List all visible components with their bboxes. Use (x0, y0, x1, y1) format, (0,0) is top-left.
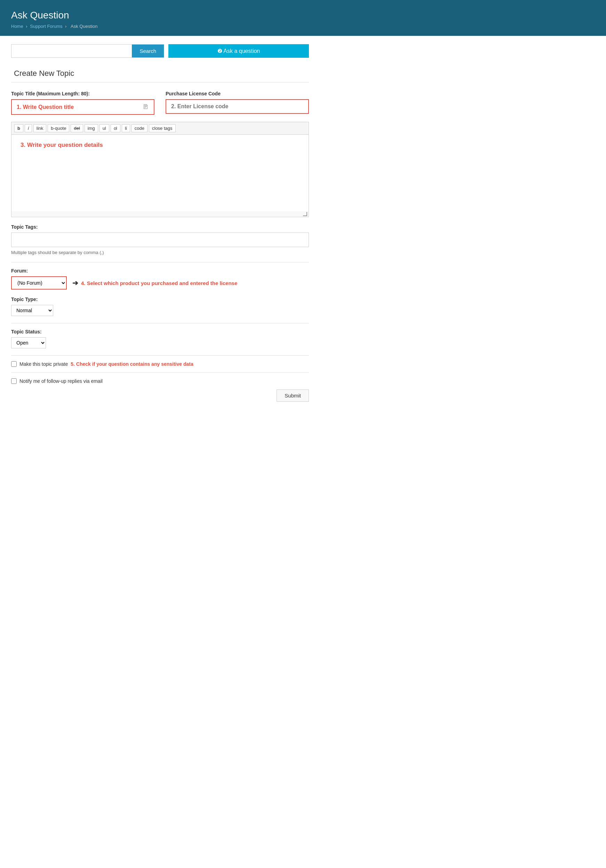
create-topic-heading: Create New Topic (11, 66, 309, 82)
main-content: Search ❷ Ask a question Create New Topic… (0, 36, 320, 410)
editor-placeholder: 3. Write your question details (17, 138, 107, 152)
submit-button[interactable]: Submit (277, 389, 309, 401)
toolbar-ol[interactable]: ol (111, 124, 121, 132)
toolbar-ul[interactable]: ul (99, 124, 109, 132)
toolbar-bold[interactable]: b (14, 124, 23, 132)
topic-type-section: Topic Type: Normal Sticky Super Sticky (11, 296, 309, 316)
private-topic-row: Make this topic private 5. Check if your… (11, 361, 309, 367)
header: Ask Question Home › Support Forums › Ask… (0, 0, 606, 36)
search-button[interactable]: Search (132, 45, 164, 57)
divider-2 (11, 323, 309, 323)
forum-select[interactable]: (No Forum) (11, 276, 67, 290)
license-input[interactable] (165, 99, 309, 114)
search-input[interactable] (11, 45, 132, 57)
ask-question-button[interactable]: ❷ Ask a question (169, 44, 309, 58)
editor-body[interactable]: 3. Write your question details (11, 135, 309, 211)
toolbar-italic[interactable]: i (25, 124, 32, 132)
breadcrumb-sep2: › (65, 24, 68, 29)
editor-toolbar: b i link b-quote del img ul ol li code c… (11, 122, 309, 135)
topic-type-select[interactable]: Normal Sticky Super Sticky (11, 305, 53, 316)
notify-checkbox[interactable] (11, 378, 17, 384)
breadcrumb-current: Ask Question (71, 24, 97, 29)
topic-title-label: Topic Title (Maximum Length: 80): (11, 91, 155, 96)
topic-status-label: Topic Status: (11, 329, 309, 335)
resize-icon (303, 212, 307, 216)
toolbar-link[interactable]: link (33, 124, 46, 132)
arrow-right-icon: ➔ (73, 279, 78, 287)
toolbar-img[interactable]: img (85, 124, 98, 132)
private-hint: 5. Check if your question contains any s… (71, 361, 193, 367)
editor-resize-handle[interactable] (11, 211, 309, 217)
search-bar: Search ❷ Ask a question (11, 44, 309, 58)
forum-row: (No Forum) ➔ 4. Select which product you… (11, 276, 309, 290)
notify-label[interactable]: Notify me of follow-up replies via email (20, 378, 103, 384)
forum-section: Forum: (No Forum) ➔ 4. Select which prod… (11, 268, 309, 290)
search-input-wrap: Search (11, 44, 164, 58)
notify-row: Notify me of follow-up replies via email (11, 378, 309, 384)
forum-hint: 4. Select which product you purchased an… (81, 279, 237, 287)
form-col-title: Topic Title (Maximum Length: 80): 1. Wri… (11, 91, 155, 115)
divider-4 (11, 372, 309, 373)
fullscreen-icon[interactable]: 🖹 (143, 103, 149, 111)
breadcrumb-sep1: › (26, 24, 29, 29)
topic-status-select[interactable]: Open Closed (11, 337, 46, 349)
page-title: Ask Question (11, 10, 595, 21)
tags-hint: Multiple tags should be separate by comm… (11, 250, 309, 255)
tags-section: Topic Tags: (11, 224, 309, 247)
private-topic-checkbox[interactable] (11, 361, 17, 367)
breadcrumb-home[interactable]: Home (11, 24, 23, 29)
topic-status-section: Topic Status: Open Closed (11, 329, 309, 349)
topic-title-placeholder-text[interactable]: 1. Write Question title (17, 104, 74, 110)
tags-label: Topic Tags: (11, 224, 309, 230)
editor-wrap: b i link b-quote del img ul ol li code c… (11, 122, 309, 217)
forum-arrow-wrap: ➔ 4. Select which product you purchased … (73, 279, 237, 287)
form-row-title-license: Topic Title (Maximum Length: 80): 1. Wri… (11, 91, 309, 115)
topic-title-input-wrap: 1. Write Question title 🖹 (11, 99, 155, 115)
breadcrumb: Home › Support Forums › Ask Question (11, 24, 595, 29)
topic-type-label: Topic Type: (11, 296, 309, 302)
toolbar-bquote[interactable]: b-quote (48, 124, 69, 132)
divider-1 (11, 262, 309, 262)
submit-row: Submit (11, 389, 309, 401)
license-label: Purchase License Code (165, 91, 309, 96)
breadcrumb-support[interactable]: Support Forums (30, 24, 62, 29)
toolbar-li[interactable]: li (122, 124, 130, 132)
private-topic-label[interactable]: Make this topic private (20, 361, 68, 367)
forum-label: Forum: (11, 268, 309, 274)
form-col-license: Purchase License Code (165, 91, 309, 115)
tags-input[interactable] (11, 232, 309, 247)
toolbar-del[interactable]: del (71, 124, 83, 132)
toolbar-close-tags[interactable]: close tags (149, 124, 176, 132)
toolbar-code[interactable]: code (131, 124, 147, 132)
divider-3 (11, 355, 309, 356)
